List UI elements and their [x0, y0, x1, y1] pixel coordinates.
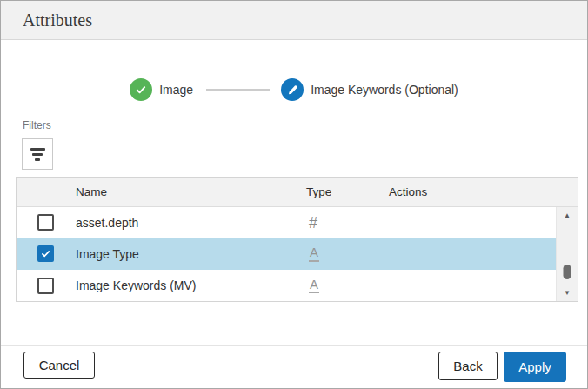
- step-label: Image: [159, 83, 193, 97]
- row-checkbox-checked[interactable]: [37, 245, 54, 262]
- dialog-header: Attributes: [1, 1, 587, 40]
- filter-button[interactable]: [22, 138, 53, 170]
- check-icon: [130, 78, 152, 101]
- column-header-name: Name: [76, 185, 107, 198]
- attributes-dialog: Attributes Image Image Keywords (Optiona…: [0, 0, 588, 389]
- row-name: asset.depth: [76, 216, 138, 230]
- table-row-image-type[interactable]: Image Type A: [17, 238, 556, 270]
- wizard-stepper: Image Image Keywords (Optional): [1, 77, 587, 102]
- column-header-type: Type: [306, 185, 331, 198]
- footer-divider: [1, 345, 587, 346]
- step-image[interactable]: Image: [130, 78, 193, 101]
- filters-label: Filters: [23, 119, 51, 131]
- column-header-actions: Actions: [389, 185, 427, 198]
- scroll-up-icon[interactable]: ▲: [557, 209, 578, 222]
- table-row-image-keywords-mv[interactable]: Image Keywords (MV) A: [17, 270, 556, 301]
- text-type-icon: A: [309, 278, 319, 294]
- scrollbar-thumb[interactable]: [564, 265, 571, 279]
- text-type-icon: A: [309, 245, 319, 262]
- filter-icon: [30, 148, 45, 151]
- number-type-icon: #: [309, 215, 317, 231]
- attributes-table: Name Type Actions asset.depth # Image Ty…: [16, 177, 578, 302]
- step-image-keywords[interactable]: Image Keywords (Optional): [281, 78, 458, 101]
- back-button[interactable]: Back: [438, 352, 498, 380]
- table-header: Name Type Actions: [17, 178, 578, 207]
- table-scrollbar[interactable]: ▲ ▼: [556, 207, 578, 301]
- row-checkbox[interactable]: [37, 278, 54, 294]
- row-checkbox[interactable]: [37, 214, 54, 231]
- stepper-connector: [206, 89, 270, 91]
- cancel-button[interactable]: Cancel: [23, 352, 95, 379]
- row-name: Image Type: [76, 247, 139, 261]
- table-body: asset.depth # Image Type A Image Keyword…: [17, 207, 556, 301]
- dialog-title: Attributes: [23, 10, 92, 30]
- table-row-asset-depth[interactable]: asset.depth #: [17, 207, 556, 238]
- row-name: Image Keywords (MV): [76, 278, 196, 292]
- step-label: Image Keywords (Optional): [311, 83, 458, 97]
- scroll-down-icon[interactable]: ▼: [557, 286, 578, 299]
- apply-button[interactable]: Apply: [504, 352, 566, 382]
- pencil-icon: [281, 78, 304, 101]
